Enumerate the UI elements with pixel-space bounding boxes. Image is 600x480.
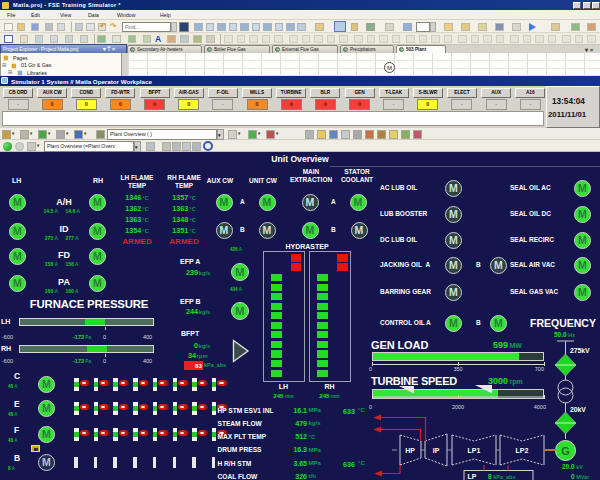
svg-text:HP: HP [405,447,415,454]
svg-text:LP1: LP1 [468,447,481,454]
svg-text:LP2: LP2 [516,447,529,454]
svg-text:LP: LP [468,473,477,480]
svg-text:IP: IP [433,447,440,454]
svg-text:8 kPa_abs: 8 kPa_abs [488,473,515,480]
